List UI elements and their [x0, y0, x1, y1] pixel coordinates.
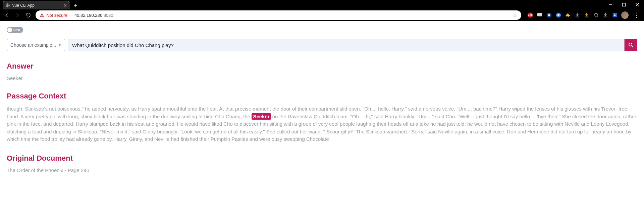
url-port: :8080 — [102, 13, 113, 18]
new-tab-button[interactable]: + — [71, 2, 80, 9]
warning-icon — [40, 13, 44, 17]
tab-close-icon[interactable]: ✕ — [63, 3, 67, 8]
document-source: The Order of the Phoenix - Page 240 — [7, 167, 637, 173]
search-icon — [628, 42, 634, 48]
passage-highlight: Seeker — [252, 113, 271, 120]
extension-chat-icon[interactable] — [537, 12, 543, 18]
separator — [71, 12, 71, 18]
window-maximize-button[interactable] — [617, 0, 631, 9]
nav-back-button[interactable] — [3, 12, 10, 18]
search-row: Choose an example... ▼ — [7, 39, 637, 51]
extension-shield-icon[interactable] — [555, 12, 561, 18]
tab-strip: Vue CLI App ✕ + — [0, 0, 80, 9]
browser-toolbar: Not secure 40.82.190.236:8080 ☆ ABP ⋮ — [0, 9, 644, 21]
bookmark-star-icon[interactable]: ☆ — [513, 12, 517, 18]
browser-menu-button[interactable]: ⋮ — [632, 11, 641, 19]
svg-point-9 — [548, 14, 550, 16]
browser-tab[interactable]: Vue CLI App ✕ — [3, 1, 70, 9]
svg-text:ABP: ABP — [528, 14, 532, 16]
globe-icon — [5, 3, 10, 8]
nav-forward-button[interactable] — [14, 12, 21, 18]
not-secure-label: Not secure — [46, 13, 67, 18]
url-text: 40.82.190.236:8080 — [74, 13, 113, 18]
example-select-label: Choose an example... — [10, 42, 56, 48]
extension-abp-icon[interactable]: ABP — [527, 12, 533, 18]
search-button[interactable] — [625, 39, 637, 51]
caret-down-icon: ▼ — [58, 43, 61, 47]
cpu-toggle[interactable]: CPU — [7, 27, 23, 33]
answer-heading: Answer — [7, 62, 637, 71]
profile-avatar[interactable] — [621, 11, 629, 19]
svg-rect-7 — [537, 13, 542, 16]
window-minimize-button[interactable] — [604, 0, 617, 9]
extension-row: ABP ⋮ — [525, 11, 641, 19]
extension-download-4-icon[interactable] — [612, 12, 618, 18]
svg-rect-2 — [623, 3, 626, 6]
window-controls — [604, 0, 644, 9]
toggle-knob — [7, 28, 12, 32]
answer-text: Seeker — [7, 75, 637, 81]
question-input[interactable] — [68, 39, 625, 51]
page-content: CPU Choose an example... ▼ Answer Seeker… — [0, 21, 644, 179]
example-select[interactable]: Choose an example... ▼ — [7, 39, 65, 51]
extension-download-2-icon[interactable] — [584, 12, 590, 18]
extension-refresh-icon[interactable] — [593, 12, 599, 18]
extension-download-3-icon[interactable] — [602, 12, 608, 18]
svg-line-14 — [632, 46, 633, 47]
not-secure-indicator[interactable]: Not secure — [40, 13, 67, 18]
passage-heading: Passage Context — [7, 92, 637, 100]
nav-reload-button[interactable] — [25, 12, 32, 18]
window-titlebar: Vue CLI App ✕ + — [0, 0, 644, 9]
omnibox[interactable]: Not secure 40.82.190.236:8080 ☆ — [36, 10, 521, 20]
extension-download-1-icon[interactable] — [574, 12, 580, 18]
extension-circle-icon[interactable] — [546, 12, 552, 18]
passage-text: though, Stinksap's not poisonous," he ad… — [7, 105, 637, 143]
document-heading: Original Document — [7, 154, 637, 163]
svg-point-13 — [629, 43, 632, 46]
tab-title: Vue CLI App — [12, 3, 61, 8]
url-host: 40.82.190.236 — [74, 13, 102, 18]
toggle-label: CPU — [13, 28, 20, 32]
window-close-button[interactable] — [631, 0, 644, 9]
extension-puzzle-icon[interactable] — [565, 12, 571, 18]
svg-rect-11 — [585, 17, 589, 17]
